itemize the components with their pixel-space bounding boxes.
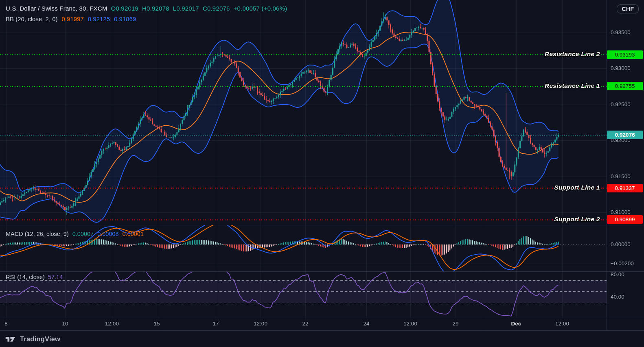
time-tick-label: 10	[62, 321, 68, 327]
time-tick-label: 8	[4, 321, 8, 327]
time-tick-label: 17	[212, 321, 219, 327]
level-name-label[interactable]: Support Line 2	[554, 216, 600, 223]
bb-indicator-label: BB (20, close, 2, 0)	[6, 15, 58, 22]
legend-value: O0.92019	[111, 5, 139, 12]
time-tick-label: 29	[452, 321, 458, 327]
time-tick-label: 12:00	[254, 321, 267, 327]
time-tick-label: 15	[153, 321, 160, 327]
axis-tick-label: 80.00	[611, 271, 643, 278]
time-tick-label: 12:00	[105, 321, 119, 327]
symbol-legend[interactable]: U.S. Dollar / Swiss Franc, 30, FXCMO0.92…	[6, 5, 287, 12]
legend-value: H0.92078	[142, 5, 169, 12]
axis-tick-label: 0.92500	[611, 101, 643, 108]
legend-value: 0.00001	[123, 231, 144, 237]
legend-value: 0.91997	[62, 15, 84, 22]
level-price-box: 0.92755	[607, 82, 643, 90]
axis-tick-label: 0.93500	[611, 29, 643, 36]
bb-values: 0.919970.921250.91869	[58, 15, 136, 22]
time-tick-label: 12:00	[403, 321, 417, 327]
axis-tick-label: −0.00200	[611, 260, 643, 267]
axis-tick-label: 0.93000	[611, 65, 643, 72]
legend-value: +0.00057 (+0.06%)	[234, 5, 287, 12]
currency-toggle-button[interactable]: CHF	[617, 4, 639, 13]
last-price-box: 0.92076	[607, 131, 643, 139]
axis-tick-label: 0.00000	[611, 241, 643, 248]
rsi-legend[interactable]: RSI (14, close)57.14	[6, 274, 63, 280]
bottom-toolbar: TradingView	[0, 331, 644, 347]
rsi-indicator-label: RSI (14, close)	[6, 274, 45, 280]
macd-indicator-label: MACD (12, 26, close, 9)	[6, 231, 69, 237]
level-name-label[interactable]: Resistance Line 1	[545, 82, 600, 89]
symbol-title: U.S. Dollar / Swiss Franc, 30, FXCM	[6, 5, 107, 12]
tradingview-chart-window: U.S. Dollar / Swiss Franc, 30, FXCMO0.92…	[0, 0, 644, 347]
time-tick-label: 12:00	[555, 321, 569, 327]
level-price-box: 0.90899	[607, 215, 643, 224]
legend-value: 0.00008	[97, 231, 118, 237]
legend-value: L0.92017	[173, 5, 199, 12]
ohlc-values: O0.92019H0.92078L0.92017C0.92076+0.00057…	[107, 5, 287, 12]
level-price-box: 0.93193	[607, 50, 643, 59]
level-name-label[interactable]: Resistance Line 2	[545, 50, 600, 58]
axis-tick-label: 0.91000	[611, 209, 643, 216]
macd-values: 0.000070.000080.00001	[69, 231, 144, 237]
rsi-value: 57.14	[48, 274, 63, 280]
time-tick-label: 24	[363, 321, 369, 327]
legend-value: 0.91869	[114, 15, 136, 22]
tradingview-wordmark[interactable]: TradingView	[20, 335, 60, 343]
level-price-box: 0.91337	[607, 184, 643, 192]
legend-value: 0.00007	[72, 231, 94, 237]
time-tick-label: Dec	[511, 321, 521, 327]
macd-legend[interactable]: MACD (12, 26, close, 9)0.000070.000080.0…	[6, 231, 144, 237]
legend-value: 0.92125	[88, 15, 110, 22]
bb-legend[interactable]: BB (20, close, 2, 0)0.919970.921250.9186…	[6, 15, 136, 22]
legend-value: C0.92076	[203, 5, 230, 12]
axis-tick-label: 40.00	[611, 294, 643, 300]
level-name-label[interactable]: Support Line 1	[554, 184, 600, 192]
time-tick-label: 22	[302, 321, 308, 327]
tradingview-logo-icon[interactable]	[5, 335, 17, 343]
axis-tick-label: 0.91500	[611, 173, 643, 180]
